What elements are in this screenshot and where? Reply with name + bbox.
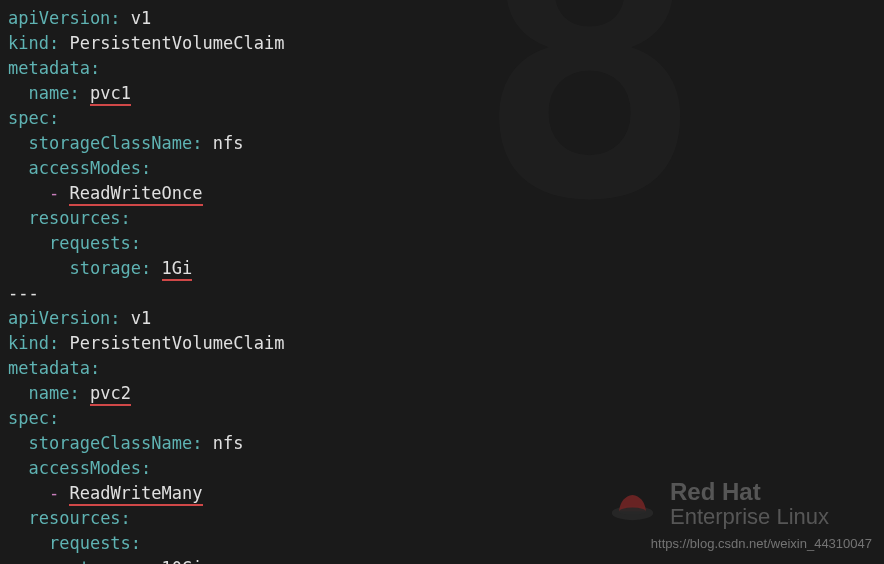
yaml-key: metadata xyxy=(8,358,90,378)
yaml-value: nfs xyxy=(213,133,244,153)
yaml-value: PersistentVolumeClaim xyxy=(69,33,284,53)
yaml-value-pvc1-accessmode: ReadWriteOnce xyxy=(69,183,202,206)
yaml-key: apiVersion xyxy=(8,8,110,28)
yaml-key: requests xyxy=(49,233,131,253)
svg-point-1 xyxy=(619,508,646,515)
yaml-key: storage xyxy=(69,558,141,564)
yaml-value-pvc1-storage: 1Gi xyxy=(162,258,193,281)
yaml-key: spec xyxy=(8,108,49,128)
yaml-separator: --- xyxy=(8,283,39,303)
redhat-text: Red Hat xyxy=(670,479,829,504)
yaml-key: metadata xyxy=(8,58,90,78)
yaml-value: PersistentVolumeClaim xyxy=(69,333,284,353)
redhat-watermark: Red Hat Enterprise Linux xyxy=(610,479,829,529)
yaml-key: name xyxy=(28,383,69,403)
yaml-key: requests xyxy=(49,533,131,553)
yaml-key: storageClassName xyxy=(28,433,192,453)
enterprise-linux-text: Enterprise Linux xyxy=(670,504,829,529)
yaml-value-pvc1-name: pvc1 xyxy=(90,83,131,106)
yaml-value: nfs xyxy=(213,433,244,453)
yaml-key: apiVersion xyxy=(8,308,110,328)
yaml-key: kind xyxy=(8,33,49,53)
redhat-hat-icon xyxy=(610,485,655,523)
yaml-key: spec xyxy=(8,408,49,428)
yaml-value: v1 xyxy=(131,308,151,328)
yaml-key: resources xyxy=(28,508,120,528)
csdn-watermark-url: https://blog.csdn.net/weixin_44310047 xyxy=(651,531,872,556)
yaml-key: name xyxy=(28,83,69,103)
yaml-key: resources xyxy=(28,208,120,228)
yaml-key: storage xyxy=(69,258,141,278)
yaml-key: storageClassName xyxy=(28,133,192,153)
yaml-value-pvc2-accessmode: ReadWriteMany xyxy=(69,483,202,506)
yaml-value: v1 xyxy=(131,8,151,28)
yaml-key: kind xyxy=(8,333,49,353)
yaml-key: accessModes xyxy=(28,458,141,478)
yaml-key: accessModes xyxy=(28,158,141,178)
yaml-value-pvc2-name: pvc2 xyxy=(90,383,131,406)
yaml-value-pvc2-storage: 10Gi xyxy=(162,558,203,564)
